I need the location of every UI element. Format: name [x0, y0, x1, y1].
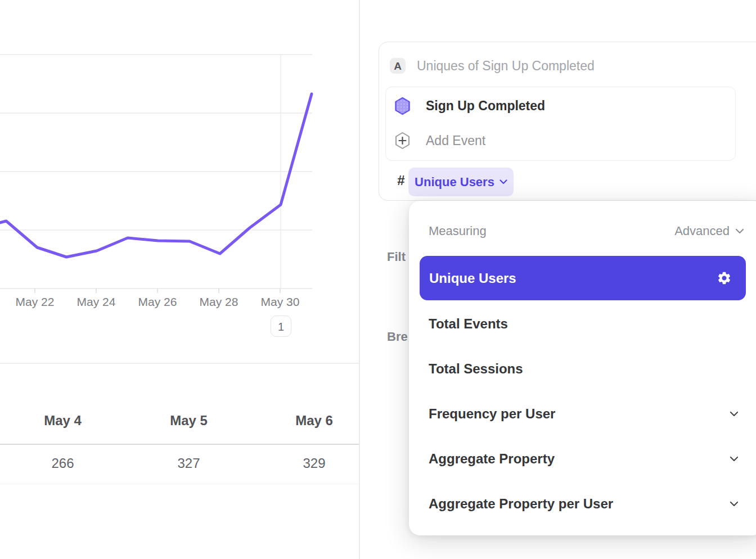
x-axis-tick-label: May 26 [138, 295, 177, 308]
gear-icon[interactable] [717, 271, 732, 286]
event-name-label: Sign Up Completed [426, 88, 545, 123]
section-divider [0, 363, 359, 364]
x-axis-tick-label: May 24 [77, 295, 116, 308]
event-list-card: Sign Up Completed Add Event [385, 87, 736, 161]
pagination-page-button[interactable]: 1 [271, 315, 291, 337]
measurement-selector-button[interactable]: Unique Users [408, 168, 514, 196]
chevron-down-icon [500, 179, 507, 184]
measurement-selector-label: Unique Users [415, 175, 494, 190]
menu-item-unique-users-selected[interactable]: Unique Users [420, 256, 746, 300]
menu-item-label: Aggregate Property [429, 436, 555, 481]
chevron-down-icon [735, 228, 744, 234]
chevron-down-icon [730, 411, 739, 417]
menu-item-label: Total Events [429, 301, 508, 346]
measuring-mode-label: Advanced [674, 224, 730, 238]
menu-item-label: Aggregate Property per User [429, 481, 613, 526]
menu-item-label: Unique Users [429, 256, 516, 300]
menu-item-aggregate-property[interactable]: Aggregate Property [409, 436, 756, 481]
add-event-button[interactable]: Add Event [386, 123, 735, 158]
menu-item-label: Frequency per User [429, 391, 555, 436]
metric-title: Uniques of Sign Up Completed [417, 58, 595, 74]
menu-item-frequency-per-user[interactable]: Frequency per User [409, 391, 756, 436]
event-hexagon-icon [394, 97, 411, 115]
menu-item-aggregate-property-per-user[interactable]: Aggregate Property per User [409, 481, 756, 526]
breakdown-section-label: Bre [387, 330, 408, 344]
measuring-mode-selector[interactable]: Advanced [674, 224, 744, 238]
event-row-sign-up-completed[interactable]: Sign Up Completed [386, 88, 735, 123]
table-column-header: May 5 [126, 413, 251, 429]
x-axis-tick-label: May 22 [16, 295, 55, 308]
chevron-down-icon [730, 501, 739, 507]
panel-divider [359, 0, 360, 559]
menu-item-total-events[interactable]: Total Events [409, 301, 756, 346]
add-event-plus-icon [394, 132, 411, 150]
table-cell-value: 327 [126, 456, 251, 471]
table-cell-value: 329 [251, 456, 377, 471]
menu-item-label: Total Sessions [429, 346, 523, 391]
series-a-badge: A [390, 58, 406, 74]
table-cell-value: 266 [0, 456, 125, 471]
x-axis-tick-label: May 30 [261, 295, 300, 308]
table-column-header: May 6 [251, 413, 377, 429]
series-line [0, 94, 312, 257]
table-header-divider [0, 444, 359, 445]
table-column-header: May 4 [0, 413, 125, 429]
measuring-dropdown-menu: Measuring Advanced Unique Users Total Ev… [409, 201, 756, 535]
metric-card: A Uniques of Sign Up Completed Sign Up C… [379, 42, 756, 201]
filter-section-label: Filt [387, 250, 406, 264]
measuring-header-label: Measuring [429, 224, 487, 238]
chevron-down-icon [730, 456, 739, 462]
x-axis-tick-label: May 28 [200, 295, 238, 308]
add-event-label: Add Event [426, 123, 485, 158]
uniques-line-chart: May 22May 24May 26May 28May 30 [0, 0, 359, 363]
metric-type-symbol: # [395, 173, 407, 188]
menu-item-total-sessions[interactable]: Total Sessions [409, 346, 756, 391]
chart-panel: May 22May 24May 26May 28May 30 1 May 4 M… [0, 0, 359, 559]
table-row-divider [0, 484, 359, 484]
